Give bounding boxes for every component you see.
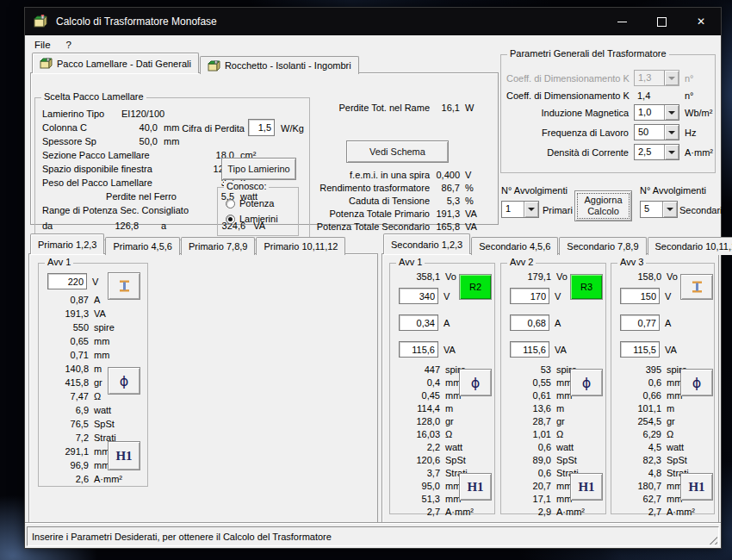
tab-label: Secondario 7,8,9 xyxy=(567,241,638,252)
winding-value: 2,2 xyxy=(395,442,440,452)
row-label: Perdite nel Ferro xyxy=(42,191,187,202)
chevron-down-icon[interactable] xyxy=(664,145,679,159)
row-value: 16,1 xyxy=(430,103,460,113)
winding-unit: VA xyxy=(94,308,106,319)
tab-secondario[interactable]: Secondario 1,2,3 xyxy=(383,233,470,254)
winding-value-input[interactable] xyxy=(620,288,660,304)
h1-button[interactable]: H1 xyxy=(108,441,140,470)
chevron-down-icon xyxy=(664,71,679,85)
menu-file[interactable]: File xyxy=(28,38,57,52)
aggiorna-calcolo-button[interactable]: Aggiorna Calcolo xyxy=(574,190,632,221)
tab-pacco[interactable]: Rocchetto - Isolanti - Ingombri xyxy=(200,56,359,74)
status-text: Inserire i Parametri Desiderati, per ott… xyxy=(32,532,332,542)
winding-unit: gr xyxy=(556,416,565,426)
tab-label: Rocchetto - Isolanti - Ingombri xyxy=(225,60,351,71)
secondari-suffix-label: Secondari xyxy=(679,205,723,215)
winding-row: 191,3VA xyxy=(44,307,144,320)
range-da-value: 126,8 xyxy=(56,221,139,231)
h1-button[interactable]: H1 xyxy=(570,473,603,501)
winding-unit: V xyxy=(92,277,98,287)
cifra-di-perdita-input[interactable] xyxy=(248,119,275,136)
densita-corrente-select[interactable]: 2,5 xyxy=(634,144,679,160)
frequenza-lavoro-select[interactable]: 50 xyxy=(634,124,679,140)
winding-panel-title: Avv 1 xyxy=(396,257,425,267)
tab-pacco[interactable]: Pacco Lamellare - Dati Generali xyxy=(32,53,199,73)
tab-label: Secondario 4,5,6 xyxy=(479,241,550,252)
winding-value: 51,3 xyxy=(395,494,440,504)
winding-row: 13,6m xyxy=(506,401,602,414)
winding-unit: SpSt xyxy=(94,419,115,429)
row-label: Potenza Totale Primario xyxy=(315,208,430,219)
row-label: Coeff. di Dimensionamento K xyxy=(506,73,629,84)
chevron-down-icon[interactable] xyxy=(524,202,538,217)
phi-diameter-button[interactable]: ϕ xyxy=(680,369,713,396)
winding-unit: m xyxy=(445,403,453,414)
tipo-lamierino-button[interactable]: Tipo Lamierino xyxy=(221,158,296,180)
tab-primario[interactable]: Primario 7,8,9 xyxy=(181,237,255,255)
row-label: Rendimento trasformatore xyxy=(315,183,430,193)
h1-button[interactable]: H1 xyxy=(680,473,713,501)
winding-value-input[interactable] xyxy=(620,341,660,358)
winding-value-input[interactable] xyxy=(399,314,438,331)
h1-button[interactable]: H1 xyxy=(459,473,492,501)
winding-unit: mm xyxy=(94,350,109,360)
tab-secondario[interactable]: Secondario 10,11,12 xyxy=(648,237,732,255)
winding-value-input[interactable] xyxy=(399,341,438,358)
group-conosco: Conosco: Potenza Lamierini xyxy=(217,187,299,236)
current-i-button[interactable] xyxy=(108,272,140,300)
winding-unit: A xyxy=(444,318,450,328)
maximize-button[interactable] xyxy=(642,8,681,35)
winding-value: 415,8 xyxy=(44,377,89,388)
minimize-button[interactable] xyxy=(602,8,642,35)
winding-unit: SpSt xyxy=(445,455,466,465)
winding-value-input[interactable] xyxy=(399,288,438,304)
winding-row: 101,1m xyxy=(617,401,710,414)
combo-value: 5 xyxy=(641,202,662,217)
r3-button[interactable]: R3 xyxy=(570,274,603,300)
menu-help[interactable]: ? xyxy=(60,38,78,52)
winding-row: 82,3SpSt xyxy=(617,453,710,466)
tab-secondario[interactable]: Secondario 7,8,9 xyxy=(559,237,646,255)
chevron-down-icon[interactable] xyxy=(662,202,677,217)
winding-value-input[interactable] xyxy=(510,314,549,331)
winding-value: 20,7 xyxy=(506,481,551,491)
winding-unit: watt xyxy=(94,405,111,415)
winding-row: 2,6A·mm² xyxy=(44,472,144,486)
winding-value-input[interactable] xyxy=(510,341,549,358)
winding-value-input[interactable] xyxy=(47,273,87,289)
phi-diameter-button[interactable]: ϕ xyxy=(459,369,492,396)
radio-option[interactable]: Potenza xyxy=(226,196,278,211)
induzione-magnetica-select[interactable]: 1,0 xyxy=(634,104,679,121)
phi-diameter-button[interactable]: ϕ xyxy=(108,367,140,395)
winding-unit: watt xyxy=(667,442,684,452)
row-label: Peso del Pacco Lamellare xyxy=(42,177,187,188)
row-value: 5,3 xyxy=(430,196,460,206)
tab-primario[interactable]: Primario 10,11,12 xyxy=(256,237,345,255)
radio-icon[interactable] xyxy=(226,215,235,224)
resize-grip-icon[interactable] xyxy=(706,533,717,544)
vedi-schema-button[interactable]: Vedi Schema xyxy=(346,140,449,163)
n-avvolgimenti-secondari-select[interactable]: 5 xyxy=(640,201,678,218)
r2-button[interactable]: R2 xyxy=(459,274,492,300)
row-value: 165,8 xyxy=(430,221,460,232)
current-i-button[interactable] xyxy=(680,274,713,300)
close-button[interactable]: ✕ xyxy=(681,8,721,35)
tab-primario[interactable]: Primario 1,2,3 xyxy=(30,233,104,254)
winding-value: 2,7 xyxy=(395,507,440,517)
maximize-icon xyxy=(657,17,667,27)
chevron-down-icon[interactable] xyxy=(664,125,679,140)
tab-primario[interactable]: Primario 4,5,6 xyxy=(105,237,179,255)
tab-secondario[interactable]: Secondario 4,5,6 xyxy=(471,237,558,255)
status-bar: Inserire i Parametri Desiderati, per ott… xyxy=(27,526,719,546)
winding-value-input[interactable] xyxy=(620,314,660,331)
radio-option[interactable]: Lamierini xyxy=(226,211,278,227)
n-avvolgimenti-primari-select[interactable]: 1 xyxy=(501,201,539,218)
winding-unit: A·mm² xyxy=(94,474,122,484)
winding-row: 254,5gr xyxy=(617,414,710,427)
winding-value-input[interactable] xyxy=(510,288,549,304)
row-unit: mm xyxy=(164,136,179,146)
range-da-label: da xyxy=(42,221,56,231)
chevron-down-icon[interactable] xyxy=(664,105,679,120)
phi-diameter-button[interactable]: ϕ xyxy=(570,369,603,396)
radio-icon[interactable] xyxy=(226,199,235,208)
